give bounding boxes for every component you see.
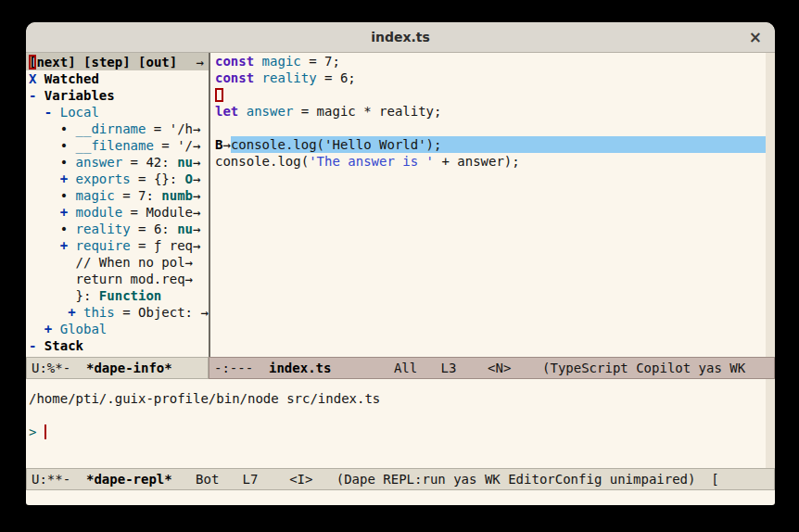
text: → xyxy=(193,120,200,137)
sidebar-tree-line[interactable]: }: Function xyxy=(29,287,209,304)
text: = ƒ req xyxy=(131,237,193,254)
collapse-local[interactable]: - xyxy=(44,104,60,120)
modeline-dape-repl: U:**- *dape-repl* Bot L7 <I> (Dape REPL:… xyxy=(26,468,775,490)
text: exports xyxy=(76,171,131,187)
text: reality xyxy=(262,70,317,86)
text: = magic * reality; xyxy=(293,103,441,120)
text: = {}: xyxy=(131,171,185,187)
repl-scrollbar[interactable] xyxy=(766,379,775,468)
expand-require[interactable]: + xyxy=(60,237,76,254)
text: reality xyxy=(76,221,131,237)
text: require xyxy=(76,237,131,254)
text: Global xyxy=(60,321,108,337)
sidebar-tree-line[interactable]: • magic = 7: numb→ xyxy=(29,187,209,204)
text xyxy=(29,304,68,321)
repl-line[interactable] xyxy=(29,407,766,424)
code-line[interactable]: const magic = 7; xyxy=(215,53,766,70)
dape-info-panel: [next] [step] [out] → X Watched- Variabl… xyxy=(26,53,209,357)
sidebar-tree-line[interactable]: • reality = 6: nu→ xyxy=(29,221,209,237)
code-editor[interactable]: const magic = 7;const reality = 6;let an… xyxy=(210,53,775,357)
text: Local xyxy=(60,104,99,120)
variables-tree: X Watched- Variables - Local • __dirname… xyxy=(26,70,209,357)
debug-out-button[interactable]: [out] xyxy=(138,55,177,70)
text: → xyxy=(193,221,200,237)
sidebar-tree-line[interactable]: + require = ƒ req→ xyxy=(29,237,209,254)
repl-line[interactable]: > xyxy=(29,424,766,440)
text: Stack xyxy=(44,337,83,354)
buffer-name-index-ts: index.ts xyxy=(269,361,331,375)
code-line[interactable] xyxy=(215,120,766,136)
text: }: xyxy=(29,287,99,304)
text: answer xyxy=(247,103,294,120)
text: this xyxy=(83,304,115,321)
text: const xyxy=(215,53,254,70)
text: = 7; xyxy=(301,53,340,70)
code-line[interactable]: const reality = 6; xyxy=(215,70,766,86)
text: console.log('Hello World'); xyxy=(231,136,442,153)
sidebar-tree-line[interactable]: return mod.req→ xyxy=(29,271,209,287)
text: numb xyxy=(161,187,193,204)
text: = 7: xyxy=(115,187,162,204)
text: → xyxy=(193,154,200,171)
sidebar-tree-line[interactable]: + module = Module→ xyxy=(29,204,209,221)
text: 'The answer is ' xyxy=(309,153,434,170)
window-titlebar[interactable]: index.ts × xyxy=(26,22,775,53)
sidebar-tree-line[interactable]: // When no pol→ xyxy=(29,254,209,271)
expand-this[interactable]: + xyxy=(68,304,83,321)
sidebar-tree-line[interactable]: • __dirname = '/h→ xyxy=(29,120,209,137)
expand-global[interactable]: + xyxy=(44,321,60,337)
close-icon[interactable]: × xyxy=(749,22,762,52)
sidebar-tree-line[interactable]: + exports = {}: O→ xyxy=(29,171,209,187)
text: • xyxy=(29,120,76,137)
text xyxy=(29,171,60,187)
expand-module[interactable]: + xyxy=(60,204,76,221)
text: Variables xyxy=(44,87,115,104)
collapse-variables[interactable]: - xyxy=(29,87,44,104)
sidebar-tree-line[interactable]: - Stack xyxy=(29,337,209,354)
sidebar-tree-line[interactable]: - Variables xyxy=(29,87,209,104)
text: = Module xyxy=(122,204,193,221)
text xyxy=(29,321,44,337)
sidebar-tree-line[interactable]: + this = Object: → xyxy=(29,304,209,321)
dape-repl-window[interactable]: /home/pti/.guix-profile/bin/node src/ind… xyxy=(26,379,775,468)
text: answer xyxy=(76,154,123,171)
text: __filename xyxy=(76,137,154,154)
code-line[interactable]: B→console.log('Hello World'); xyxy=(215,136,766,153)
code-buffer: const magic = 7;const reality = 6;let an… xyxy=(212,53,766,170)
frame-body: [next] [step] [out] → X Watched- Variabl… xyxy=(26,53,775,357)
sidebar-tree-line[interactable]: + Global xyxy=(29,321,209,337)
text: = Object: xyxy=(115,304,201,321)
sidebar-tree-line[interactable]: • answer = 42: nu→ xyxy=(29,154,209,171)
code-line[interactable]: console.log('The answer is ' + answer); xyxy=(215,153,766,170)
text: /home/pti/.guix-profile/bin/node src/ind… xyxy=(29,390,380,407)
modeline-row: U:%*- *dape-info* -:--- index.ts All L3 … xyxy=(26,357,775,379)
debug-next-button[interactable]: next] xyxy=(36,55,75,70)
code-line[interactable] xyxy=(215,86,766,103)
expand-exports[interactable]: + xyxy=(60,171,76,187)
text: nu xyxy=(177,221,193,237)
repl-prompt: > xyxy=(29,424,44,440)
text: U:**- xyxy=(32,472,86,487)
debug-step-button[interactable]: [step] xyxy=(83,55,131,70)
sidebar-tree-line[interactable]: • __filename = '/→ xyxy=(29,137,209,154)
sidebar-tree-line[interactable]: X Watched xyxy=(29,70,209,87)
text: = 42: xyxy=(122,154,177,171)
truncation-arrow: → xyxy=(197,55,206,70)
text: Watched xyxy=(44,70,99,87)
text: Bot L7 <I> (Dape REPL:run yas WK EditorC… xyxy=(172,472,719,487)
text: → xyxy=(193,187,200,204)
text: • xyxy=(29,221,76,237)
text: = 6: xyxy=(131,221,178,237)
text: // When no pol xyxy=(29,254,185,271)
repl-line[interactable]: /home/pti/.guix-profile/bin/node src/ind… xyxy=(29,390,766,407)
watched-toggle[interactable]: X xyxy=(29,70,44,87)
text: → xyxy=(193,137,200,154)
collapse-stack[interactable]: - xyxy=(29,337,44,354)
text: → xyxy=(193,237,200,254)
scrollbar[interactable] xyxy=(766,53,775,357)
text xyxy=(29,204,60,221)
text: module xyxy=(76,204,123,221)
code-line[interactable]: let answer = magic * reality; xyxy=(215,103,766,120)
sidebar-tree-line[interactable]: - Local xyxy=(29,104,209,120)
text: All L3 <N> (TypeScript Copilot yas WK xyxy=(331,361,745,375)
